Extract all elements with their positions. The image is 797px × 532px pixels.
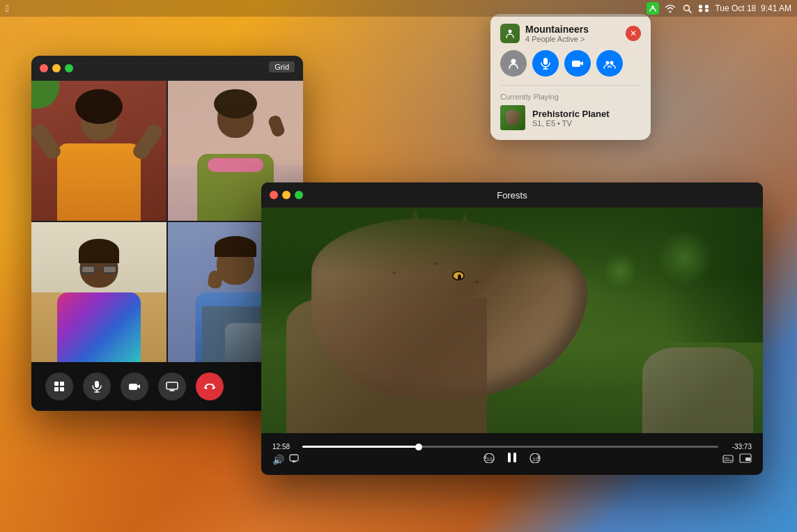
camera-action-button[interactable]	[564, 50, 591, 77]
panel-divider	[500, 85, 641, 86]
svg-rect-31	[745, 457, 750, 461]
tv-app-window: Forests 12:58	[261, 182, 763, 475]
now-playing-thumbnail	[500, 105, 525, 130]
apple-logo-icon[interactable]: 	[6, 3, 9, 14]
time-elapsed: 12:58	[272, 443, 297, 451]
mic-action-button[interactable]	[532, 50, 559, 77]
now-playing-info: Prehistoric Planet S1, E5 • TV	[532, 109, 610, 127]
play-pause-button[interactable]	[505, 451, 519, 468]
svg-rect-7	[54, 382, 59, 386]
tv-close-light[interactable]	[270, 191, 278, 199]
tv-video-area[interactable]	[261, 208, 763, 433]
tv-titlebar: Forests	[261, 182, 763, 208]
svg-rect-4	[705, 5, 709, 8]
svg-point-33	[511, 59, 516, 64]
panel-title-text: Mountaineers 4 People Active >	[525, 24, 589, 43]
tv-minimize-light[interactable]	[282, 191, 291, 199]
svg-rect-11	[95, 381, 99, 388]
svg-point-39	[610, 61, 614, 65]
fastforward-icon[interactable]: 10	[529, 453, 541, 465]
volume-icon[interactable]: 🔊	[272, 454, 284, 465]
close-traffic-light[interactable]	[40, 64, 48, 72]
grid-view-button[interactable]	[45, 373, 73, 400]
menubar-left: 	[6, 3, 9, 14]
shareplay-group-icon	[500, 24, 520, 43]
panel-action-buttons	[500, 50, 641, 77]
tv-controls-right	[722, 453, 752, 465]
mute-mic-button[interactable]	[83, 373, 111, 400]
tv-controls-left: 🔊	[272, 453, 300, 465]
svg-point-32	[509, 30, 512, 33]
time-remaining: -33:73	[724, 443, 752, 451]
shareplay-panel: Mountaineers 4 People Active > ✕	[490, 14, 651, 140]
group-name: Mountaineers	[525, 24, 589, 35]
panel-title-row: Mountaineers 4 People Active >	[500, 24, 589, 43]
camera-button[interactable]	[121, 373, 148, 400]
menubar-right: Tue Oct 18 9:41 AM	[647, 2, 791, 15]
svg-rect-20	[290, 455, 298, 461]
svg-rect-34	[543, 58, 548, 65]
airplay-icon[interactable]	[288, 453, 300, 465]
wifi-icon[interactable]	[665, 3, 676, 14]
tv-controls-center: 10 10	[483, 451, 541, 468]
svg-text:10: 10	[532, 456, 539, 462]
rewind-icon[interactable]: 10	[483, 453, 495, 465]
dino-scene	[261, 208, 763, 433]
subtitles-icon[interactable]	[722, 455, 734, 464]
svg-rect-27	[723, 455, 733, 462]
shareplay-action-button[interactable]	[596, 50, 623, 77]
menu-bar: 	[0, 0, 797, 17]
people-active[interactable]: 4 People Active >	[525, 35, 589, 43]
svg-point-18	[206, 387, 208, 389]
progress-thumb[interactable]	[415, 444, 422, 451]
shareplay-menubar-icon[interactable]	[647, 2, 659, 15]
svg-rect-37	[572, 61, 580, 67]
svg-rect-8	[60, 382, 64, 386]
svg-rect-5	[699, 9, 702, 12]
svg-rect-15	[167, 382, 178, 389]
panel-header: Mountaineers 4 People Active > ✕	[500, 24, 641, 43]
tv-fullscreen-light[interactable]	[295, 191, 303, 199]
menubar-datetime: Tue Oct 18 9:41 AM	[715, 3, 791, 13]
traffic-lights	[40, 64, 73, 72]
minimize-traffic-light[interactable]	[52, 64, 61, 72]
svg-text:10: 10	[486, 456, 493, 462]
video-cell-3	[31, 222, 167, 362]
control-center-icon[interactable]	[698, 3, 709, 14]
svg-point-19	[212, 387, 215, 389]
now-playing-title: Prehistoric Planet	[532, 109, 610, 119]
end-call-button[interactable]	[196, 373, 224, 400]
svg-rect-9	[54, 387, 59, 391]
svg-rect-24	[513, 453, 516, 462]
svg-rect-6	[705, 9, 709, 12]
grid-button[interactable]: Grid	[269, 61, 295, 72]
svg-rect-3	[699, 5, 702, 8]
spotlight-icon[interactable]	[681, 3, 692, 14]
screen-share-button[interactable]	[158, 373, 186, 400]
svg-point-38	[606, 61, 610, 65]
pip-icon[interactable]	[739, 453, 752, 465]
now-playing-subtitle: S1, E5 • TV	[532, 119, 610, 127]
video-cell-1	[31, 81, 167, 221]
fullscreen-traffic-light[interactable]	[65, 64, 73, 72]
tv-playback-controls: 12:58 -33:73 🔊	[261, 433, 763, 475]
svg-rect-23	[508, 453, 511, 462]
svg-line-2	[688, 10, 691, 13]
now-playing-row: Prehistoric Planet S1, E5 • TV	[500, 105, 641, 130]
progress-fill	[302, 446, 419, 448]
svg-rect-14	[129, 384, 137, 390]
panel-close-button[interactable]: ✕	[626, 26, 641, 41]
currently-playing-label: Currently Playing	[500, 93, 641, 101]
progress-bar[interactable]	[302, 446, 718, 448]
contact-action-button[interactable]	[500, 50, 527, 77]
tv-traffic-lights	[270, 191, 303, 199]
tv-window-title: Forests	[497, 190, 527, 201]
facetime-titlebar: Grid	[31, 56, 303, 81]
svg-rect-10	[60, 387, 64, 391]
